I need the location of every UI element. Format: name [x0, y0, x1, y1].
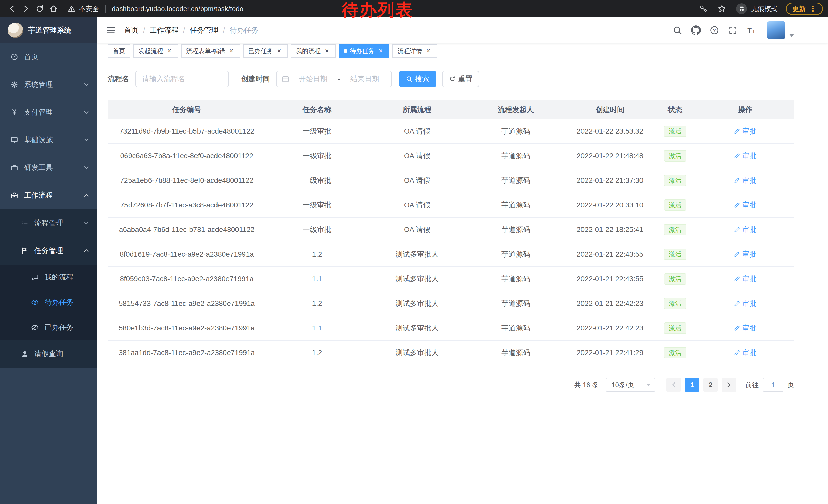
- tab-todo-tasks[interactable]: 待办任务 ×: [339, 44, 389, 58]
- sidebar-item-workflow[interactable]: 工作流程: [0, 182, 97, 209]
- cell-action: 审批: [696, 217, 794, 242]
- column-header-task-name: 任务名称: [266, 100, 368, 119]
- sidebar-item-leave-query[interactable]: 请假查询: [0, 340, 97, 368]
- next-page-button[interactable]: [722, 378, 736, 392]
- security-chip[interactable]: 不安全: [68, 4, 99, 13]
- search-button[interactable]: 搜索: [399, 71, 436, 87]
- cell-created: 2022-01-21 22:43:55: [566, 242, 654, 267]
- incognito-icon: [738, 5, 745, 12]
- cell-action: 审批: [696, 242, 794, 267]
- flag-icon: [20, 246, 29, 255]
- browser-update-menu-button[interactable]: 更新 ⋮: [786, 3, 823, 15]
- sidebar-item-todo-tasks[interactable]: 待办任务: [0, 290, 97, 315]
- status-badge: 激活: [664, 150, 687, 162]
- prev-page-button[interactable]: [666, 378, 681, 392]
- approve-button[interactable]: 审批: [734, 176, 757, 185]
- browser-forward-button[interactable]: [19, 2, 33, 16]
- close-icon[interactable]: ×: [425, 47, 432, 55]
- user-menu[interactable]: [767, 21, 794, 40]
- reset-button[interactable]: 重置: [442, 71, 479, 87]
- cell-process: OA 请假: [368, 217, 466, 242]
- edit-icon: [734, 202, 740, 209]
- cell-process: 测试多审批人: [368, 316, 466, 340]
- sidebar-item-process-mgmt[interactable]: 流程管理: [0, 209, 97, 237]
- filter-bar: 流程名 创建时间 开始日期 - 结束日期 搜索 重: [108, 71, 828, 87]
- browser-back-button[interactable]: [5, 2, 19, 16]
- sidebar-item-my-process[interactable]: 我的流程: [0, 265, 97, 290]
- search-icon[interactable]: [672, 26, 682, 35]
- approve-button[interactable]: 审批: [734, 225, 757, 235]
- approve-label: 审批: [742, 225, 757, 235]
- cell-process: 测试多审批人: [368, 267, 466, 291]
- tab-my-process[interactable]: 我的流程 ×: [291, 44, 335, 58]
- approve-label: 审批: [742, 176, 757, 185]
- font-size-icon[interactable]: [746, 26, 756, 35]
- sidebar-item-infra[interactable]: 基础设施: [0, 126, 97, 154]
- close-icon[interactable]: ×: [166, 47, 173, 55]
- cell-task-id: 580e1b3d-7ac8-11ec-a9e2-a2380e71991a: [108, 316, 266, 340]
- edit-icon: [734, 177, 740, 184]
- tab-done-tasks[interactable]: 已办任务 ×: [243, 44, 288, 58]
- approve-label: 审批: [742, 348, 757, 358]
- approve-button[interactable]: 审批: [734, 249, 757, 259]
- sidebar-item-done-tasks[interactable]: 已办任务: [0, 315, 97, 340]
- process-name-label: 流程名: [108, 74, 129, 84]
- bookmark-star-button[interactable]: [716, 3, 728, 15]
- approve-button[interactable]: 审批: [734, 323, 757, 333]
- tab-process-detail[interactable]: 流程详情 ×: [392, 44, 437, 58]
- cell-task-id: 58154733-7ac8-11ec-a9e2-a2380e71991a: [108, 291, 266, 316]
- cell-created: 2022-01-21 22:42:23: [566, 316, 654, 340]
- gear-icon: [10, 81, 18, 89]
- github-icon[interactable]: [691, 26, 701, 35]
- approve-label: 审批: [742, 249, 757, 259]
- sidebar-item-task-mgmt[interactable]: 任务管理: [0, 237, 97, 265]
- close-icon[interactable]: ×: [276, 47, 283, 55]
- page-button-2[interactable]: 2: [703, 378, 718, 392]
- tab-initiate-process[interactable]: 发起流程 ×: [133, 44, 178, 58]
- sidebar-item-home[interactable]: 首页: [0, 43, 97, 71]
- sidebar-item-devtools[interactable]: 研发工具: [0, 154, 97, 182]
- cell-initiator: 芋道源码: [466, 217, 566, 242]
- help-icon[interactable]: [709, 26, 719, 35]
- close-icon[interactable]: ×: [228, 47, 235, 55]
- tab-home[interactable]: 首页: [108, 44, 130, 58]
- approve-button[interactable]: 审批: [734, 126, 757, 136]
- goto-page-input[interactable]: [763, 378, 783, 392]
- pagination: 共 16 条 10条/页 1 2 前往: [108, 378, 794, 392]
- sidebar-item-payment[interactable]: 支付管理: [0, 98, 97, 126]
- hamburger-icon[interactable]: [106, 25, 116, 35]
- approve-button[interactable]: 审批: [734, 151, 757, 161]
- todo-task-table: 任务编号 任务名称 所属流程 流程发起人 创建时间 状态 操作 73211d9d…: [108, 100, 794, 365]
- chevron-left-icon: [670, 382, 677, 388]
- page-button-1[interactable]: 1: [685, 378, 699, 392]
- cell-created: 2022-01-22 21:37:30: [566, 168, 654, 193]
- breadcrumb-task-mgmt[interactable]: 任务管理: [190, 26, 218, 35]
- close-icon[interactable]: ×: [323, 47, 330, 55]
- approve-button[interactable]: 审批: [734, 348, 757, 358]
- sidebar-logo-row[interactable]: 芋道管理系统: [0, 17, 97, 43]
- tab-process-form-edit[interactable]: 流程表单-编辑 ×: [181, 44, 240, 58]
- fullscreen-icon[interactable]: [728, 26, 738, 35]
- approve-button[interactable]: 审批: [734, 299, 757, 308]
- sidebar-item-system[interactable]: 系统管理: [0, 71, 97, 98]
- approve-button[interactable]: 审批: [734, 200, 757, 210]
- date-range-picker[interactable]: 开始日期 - 结束日期: [276, 71, 392, 87]
- edit-icon: [734, 276, 740, 282]
- breadcrumb-home[interactable]: 首页: [124, 26, 138, 35]
- address-url[interactable]: dashboard.yudao.iocoder.cn/bpm/task/todo: [112, 5, 243, 13]
- browser-reload-button[interactable]: [33, 2, 47, 16]
- password-key-button[interactable]: [697, 3, 709, 15]
- breadcrumb-workflow[interactable]: 工作流程: [150, 26, 178, 35]
- page-content: 流程名 创建时间 开始日期 - 结束日期 搜索 重: [97, 59, 828, 504]
- person-icon: [20, 350, 29, 358]
- process-name-input[interactable]: [135, 71, 229, 87]
- cell-process: 测试多审批人: [368, 242, 466, 267]
- cell-task-name: 1.2: [266, 291, 368, 316]
- page-size-select[interactable]: 10条/页: [606, 378, 655, 392]
- tab-label: 发起流程: [138, 47, 163, 55]
- cell-status: 激活: [654, 242, 696, 267]
- browser-home-button[interactable]: [47, 2, 60, 16]
- close-icon[interactable]: ×: [377, 47, 384, 55]
- approve-button[interactable]: 审批: [734, 274, 757, 284]
- app-title: 芋道管理系统: [28, 26, 71, 35]
